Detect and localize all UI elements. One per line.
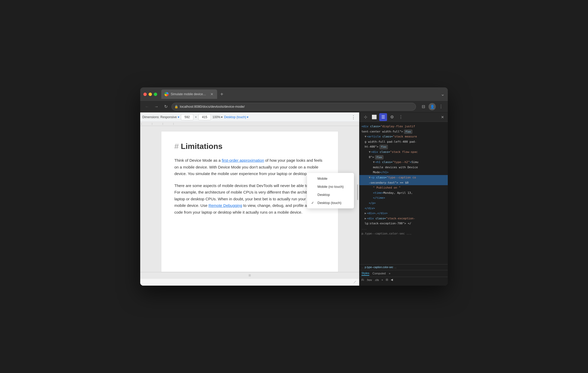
- tab-close-button[interactable]: ✕: [210, 92, 214, 96]
- dimension-separator: ×: [195, 115, 197, 119]
- dimensions-arrow: ▾: [178, 115, 179, 119]
- html-line-14: <time>Monday, April 13,: [359, 190, 448, 196]
- devtools-more-tab[interactable]: ⋮: [397, 113, 405, 121]
- html-line-12[interactable]: -secondary-text"> == $0: [359, 180, 448, 185]
- dropdown-item-desktop[interactable]: Desktop: [307, 191, 354, 199]
- reload-button[interactable]: ↻: [162, 103, 169, 110]
- cls-button[interactable]: .cls: [375, 278, 379, 281]
- toolbar-more-button[interactable]: ⋮: [350, 113, 357, 121]
- mobile-no-touch-label: Mobile (no touch): [317, 185, 344, 189]
- styles-tab-styles[interactable]: Styles: [362, 272, 369, 276]
- window-controls[interactable]: ⌄: [441, 91, 445, 97]
- devtools-panel: ⊹ ⬜ ☰ ⚙ ⋮ ✕ <div class="display-flex jus…: [359, 112, 448, 286]
- html-line-3: ▼<article class="stack measure: [359, 134, 448, 139]
- devtools-header: ⊹ ⬜ ☰ ⚙ ⋮ ✕: [359, 112, 448, 122]
- tab-favicon: [164, 92, 169, 96]
- address-bar-actions: ⊟ 👤 ⋮: [420, 103, 445, 110]
- breadcrumb-selector: p.type--caption.color-sec: [365, 266, 393, 269]
- url-text: localhost:8080/docs/devtools/device-mode…: [180, 105, 245, 109]
- styles-tab-computed[interactable]: Computed: [372, 272, 386, 275]
- html-line-17: </div>: [359, 206, 448, 211]
- devtools-sources-tab[interactable]: ☰: [379, 113, 387, 121]
- add-style-button[interactable]: +: [381, 278, 383, 281]
- check-mobile: [311, 177, 315, 181]
- devtools-styles-panel: Styles Computed » Fi :hov .cls + ⊟ ◀: [359, 270, 448, 286]
- close-button[interactable]: [143, 93, 147, 96]
- width-input[interactable]: [181, 114, 193, 120]
- desktop-label: Desktop: [317, 193, 330, 197]
- dropdown-item-desktop-touch[interactable]: ✓ Desktop (touch): [307, 199, 354, 207]
- html-line-2: tent-center width-full">flex: [359, 129, 448, 134]
- dropdown-item-mobile-no-touch[interactable]: Mobile (no touch): [307, 183, 354, 191]
- menu-button[interactable]: ⋮: [437, 103, 445, 110]
- tab-bar: Simulate mobile devices with D ✕ +: [161, 89, 439, 99]
- dimensions-label: Dimensions: Responsive ▾: [142, 115, 179, 119]
- ruler-bar: [140, 122, 359, 126]
- layout-button[interactable]: ⊟: [386, 278, 388, 281]
- first-order-link[interactable]: first-order approximation: [222, 158, 264, 163]
- html-line-5: ht-400">flex: [359, 144, 448, 149]
- filter-input[interactable]: Fi: [362, 278, 364, 281]
- pseudo-button[interactable]: :hov: [366, 278, 372, 281]
- hash-sign: #: [174, 142, 179, 151]
- footer-right: ⟋: [352, 279, 357, 285]
- html-line-9: mobile devices with Device: [359, 165, 448, 170]
- minimize-button[interactable]: [149, 93, 152, 96]
- html-line-10: Mode</h1>: [359, 170, 448, 175]
- device-select[interactable]: Desktop (touch) ▾: [224, 115, 249, 119]
- scroll-indicator: [357, 184, 358, 200]
- html-line-22: p.type--caption.color-sec ...: [359, 231, 448, 236]
- url-bar[interactable]: 🔒 localhost:8080/docs/devtools/device-mo…: [172, 103, 416, 111]
- html-line-4: g width-full pad-left-400 pad-: [359, 139, 448, 145]
- title-bar: Simulate mobile devices with D ✕ + ⌄: [140, 87, 448, 101]
- devtools-breadcrumb: ... p.type--caption.color-sec ...: [359, 264, 448, 270]
- devtools-settings-tab[interactable]: ⚙: [388, 113, 396, 121]
- browser-window: Simulate mobile devices with D ✕ + ⌄ ← →…: [140, 87, 448, 286]
- breadcrumb-text: ...: [362, 266, 364, 269]
- paragraph-1: Think of Device Mode as a first-order ap…: [174, 157, 325, 177]
- browser-content: Dimensions: Responsive ▾ × 100% ▾ Deskto…: [140, 112, 448, 286]
- dropdown-item-mobile[interactable]: Mobile: [307, 175, 354, 183]
- devtools-elements-tab[interactable]: ⬜: [370, 113, 378, 121]
- check-desktop: [311, 193, 315, 197]
- maximize-button[interactable]: [154, 93, 157, 96]
- devtools-toolbar: Dimensions: Responsive ▾ × 100% ▾ Deskto…: [140, 112, 359, 122]
- address-bar: ← → ↻ 🔒 localhost:8080/docs/devtools/dev…: [140, 101, 448, 112]
- html-line-13: " Published on ": [359, 185, 448, 190]
- height-input[interactable]: [198, 114, 211, 120]
- cast-icon[interactable]: ⊟: [420, 103, 427, 110]
- html-panel[interactable]: <div class="display-flex justif tent-cen…: [359, 122, 448, 264]
- security-icon: 🔒: [174, 105, 178, 109]
- styles-tabs: Styles Computed »: [359, 270, 448, 277]
- active-tab[interactable]: Simulate mobile devices with D ✕: [161, 89, 217, 99]
- new-tab-button[interactable]: +: [218, 91, 225, 98]
- page-heading: # Limitations: [174, 142, 325, 151]
- mobile-label: Mobile: [317, 177, 327, 181]
- html-line-7: 0">flex: [359, 155, 448, 160]
- sidebar-button[interactable]: ◀: [391, 278, 393, 281]
- html-line-20: lg:stack-exception-700"> </: [359, 221, 448, 226]
- page-content: # Limitations Think of Device Mode as a …: [140, 126, 359, 272]
- check-desktop-touch: ✓: [311, 201, 315, 205]
- back-button[interactable]: ←: [143, 103, 151, 110]
- styles-more-tabs[interactable]: »: [389, 272, 390, 275]
- bottom-bar: ≡: [140, 272, 359, 278]
- devtools-cursor-tab[interactable]: ⊹: [362, 113, 369, 121]
- heading-text: Limitations: [181, 142, 223, 151]
- user-avatar[interactable]: 👤: [428, 103, 436, 110]
- html-line-21: ...: [359, 226, 448, 231]
- dimensions-text: Dimensions: Responsive: [142, 115, 177, 119]
- device-type-dropdown: Mobile Mobile (no touch) Desktop ✓ Deskt…: [307, 173, 354, 208]
- html-line-1: <div class="display-flex justif: [359, 124, 448, 129]
- zoom-select[interactable]: 100% ▾: [212, 115, 223, 119]
- devtools-close-button[interactable]: ✕: [439, 114, 446, 120]
- html-line-8: ▼<h1 class="type--h2">Simu: [359, 160, 448, 165]
- html-line-6: ▼<div class="stack flow-spac: [359, 149, 448, 155]
- remote-debugging-link[interactable]: Remote Debugging: [209, 203, 242, 208]
- resize-handle: ≡: [248, 273, 251, 278]
- paragraph-2: There are some aspects of mobile devices…: [174, 182, 325, 216]
- forward-button[interactable]: →: [153, 103, 160, 110]
- html-line-16: </p>: [359, 201, 448, 206]
- html-line-11[interactable]: ▼<p class="type--caption co: [359, 175, 448, 180]
- traffic-lights: [143, 93, 157, 96]
